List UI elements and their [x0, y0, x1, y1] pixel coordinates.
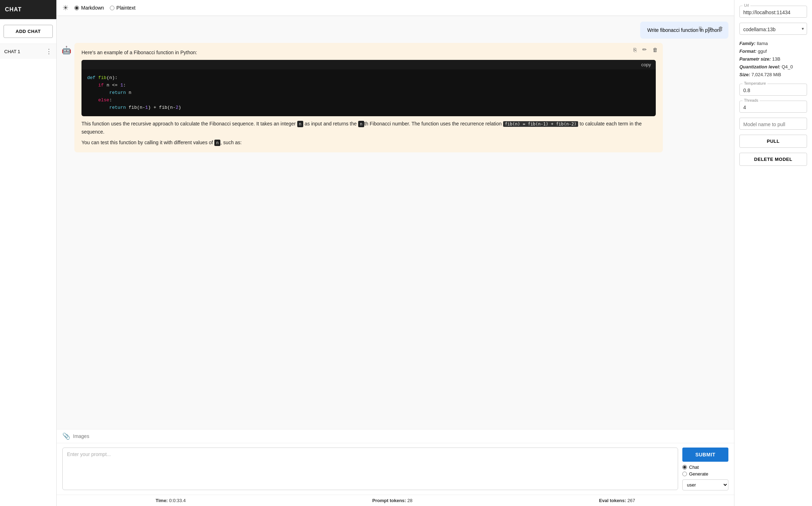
explanation-6: , such as: [220, 140, 242, 145]
generate-mode-label: Generate [689, 471, 708, 477]
images-row: 📎 Images [57, 429, 734, 443]
main-area: ☀ Markdown Plaintext ⎘ ✏ 🗑 Write fibonac… [57, 0, 734, 506]
delete-assistant-message-button[interactable]: 🗑 [651, 46, 659, 54]
theme-toggle-button[interactable]: ☀ [62, 4, 69, 12]
model-info: Family: llama Format: gguf Parametr size… [739, 40, 807, 79]
prompt-controls: SUBMIT Chat Generate user system assista… [682, 448, 728, 490]
temperature-label: Temperature [743, 81, 767, 85]
threads-field-group: Threads [739, 101, 807, 113]
role-select[interactable]: user system assistant [682, 479, 728, 490]
copy-assistant-message-button[interactable]: ⎘ [632, 46, 638, 54]
assistant-message: ⎘ ✏ 🗑 Here's an example of a Fibonacci f… [74, 43, 663, 152]
user-message-actions: ⎘ ✏ 🗑 [698, 24, 725, 32]
mode-radio-group: Chat Generate [682, 465, 728, 477]
inline-n-2: n [358, 121, 364, 127]
assistant-avatar-icon: 🤖 [62, 46, 71, 55]
prompt-input[interactable] [62, 448, 678, 490]
explanation-2: as input and returns the [303, 121, 358, 126]
markdown-label: Markdown [81, 5, 104, 11]
threads-input[interactable] [743, 105, 803, 110]
quant-value: Q4_0 [782, 64, 793, 69]
code-block: copy def fib(n): if n <= 1: return n els… [81, 60, 656, 116]
chat-mode-label: Chat [689, 465, 699, 470]
prompt-tokens-label: Prompt tokens: [372, 498, 406, 503]
eval-tokens-value: 267 [627, 498, 635, 503]
eval-tokens-display: Eval tokens: 267 [599, 498, 635, 503]
url-field-group: Url [739, 6, 807, 18]
format-value: gguf [758, 49, 767, 54]
inline-n-1: n [297, 121, 303, 127]
markdown-radio[interactable] [74, 6, 79, 10]
time-value: 0:0:33.4 [169, 498, 186, 503]
attachment-icon: 📎 [62, 432, 70, 440]
time-label: Time: [156, 498, 168, 503]
family-value: llama [757, 41, 768, 46]
temperature-input[interactable] [743, 88, 803, 93]
explanation-5: You can test this function by calling it… [81, 140, 214, 145]
chat-item[interactable]: CHAT 1 ⋮ [0, 44, 56, 59]
eval-tokens-label: Eval tokens: [599, 498, 626, 503]
plaintext-radio[interactable] [110, 6, 114, 10]
copy-code-button[interactable]: copy [641, 62, 651, 67]
model-select-group: codellama:13b llama2:7b mistral:7b ▾ [739, 23, 807, 35]
topbar: ☀ Markdown Plaintext [57, 0, 734, 16]
inline-formula: fib(n) = fib(n-1) + fib(n-2) [503, 121, 578, 127]
param-size-label: Parametr size: [739, 56, 771, 62]
pull-button[interactable]: PULL [739, 135, 807, 148]
code-block-header: copy [81, 60, 656, 69]
quant-label: Quantization level: [739, 64, 780, 69]
explanation-3: th Fibonacci number. The function uses t… [364, 121, 503, 126]
model-pull-input[interactable] [743, 122, 803, 127]
chat-item-label: CHAT 1 [4, 49, 20, 54]
add-chat-button[interactable]: ADD CHAT [4, 25, 53, 38]
prompt-area: SUBMIT Chat Generate user system assista… [57, 443, 734, 495]
user-message: ⎘ ✏ 🗑 Write fibonacci function in python… [640, 22, 728, 39]
generate-mode-radio[interactable] [682, 472, 687, 476]
param-size-value: 13B [772, 56, 780, 62]
format-label: Format: [739, 49, 756, 54]
chat-mode-option[interactable]: Chat [682, 465, 728, 470]
assistant-message-wrapper: 🤖 ⎘ ✏ 🗑 Here's an example of a Fibonacci… [74, 43, 728, 152]
plaintext-option[interactable]: Plaintext [110, 5, 136, 11]
model-select-arrow-icon: ▾ [802, 26, 804, 31]
prompt-tokens-value: 28 [407, 498, 412, 503]
family-label: Family: [739, 41, 756, 46]
explanation-1: This function uses the recursive approac… [81, 121, 297, 126]
time-display: Time: 0:0:33.4 [156, 498, 186, 503]
url-input[interactable] [743, 10, 803, 15]
chat-item-menu-button[interactable]: ⋮ [46, 47, 52, 55]
chat-mode-radio[interactable] [682, 465, 687, 470]
format-radio-group: Markdown Plaintext [74, 5, 135, 11]
chat-container: ⎘ ✏ 🗑 Write fibonacci function in python… [57, 16, 734, 429]
right-panel: Url codellama:13b llama2:7b mistral:7b ▾… [734, 0, 812, 506]
edit-user-message-button[interactable]: ✏ [706, 24, 714, 32]
inline-n-3: n [214, 140, 220, 146]
threads-label: Threads [743, 98, 760, 102]
delete-model-button[interactable]: DELETE MODEL [739, 153, 807, 166]
delete-user-message-button[interactable]: 🗑 [717, 24, 725, 32]
model-pull-field-group [739, 118, 807, 130]
plaintext-label: Plaintext [117, 5, 136, 11]
images-label: Images [73, 433, 89, 439]
submit-button[interactable]: SUBMIT [682, 448, 728, 462]
size-label: Size: [739, 72, 750, 77]
generate-mode-option[interactable]: Generate [682, 471, 728, 477]
sidebar: CHAT ADD CHAT CHAT 1 ⋮ [0, 0, 57, 506]
code-content: def fib(n): if n <= 1: return n else: re… [81, 69, 656, 116]
assistant-test-text: You can test this function by calling it… [81, 139, 656, 146]
assistant-explanation: This function uses the recursive approac… [81, 120, 656, 136]
prompt-tokens-display: Prompt tokens: 28 [372, 498, 412, 503]
edit-assistant-message-button[interactable]: ✏ [641, 46, 648, 54]
assistant-intro: Here's an example of a Fibonacci functio… [81, 49, 656, 56]
url-field-label: Url [743, 3, 750, 7]
model-select[interactable]: codellama:13b llama2:7b mistral:7b [743, 27, 797, 32]
status-bar: Time: 0:0:33.4 Prompt tokens: 28 Eval to… [57, 495, 734, 506]
markdown-option[interactable]: Markdown [74, 5, 104, 11]
temperature-field-group: Temperature [739, 84, 807, 96]
sidebar-title: CHAT [0, 0, 56, 19]
copy-user-message-button[interactable]: ⎘ [698, 24, 704, 32]
role-select-wrapper: user system assistant [682, 479, 728, 490]
size-value: 7,024.728 MiB [751, 72, 781, 77]
assistant-message-actions: ⎘ ✏ 🗑 [632, 46, 659, 54]
